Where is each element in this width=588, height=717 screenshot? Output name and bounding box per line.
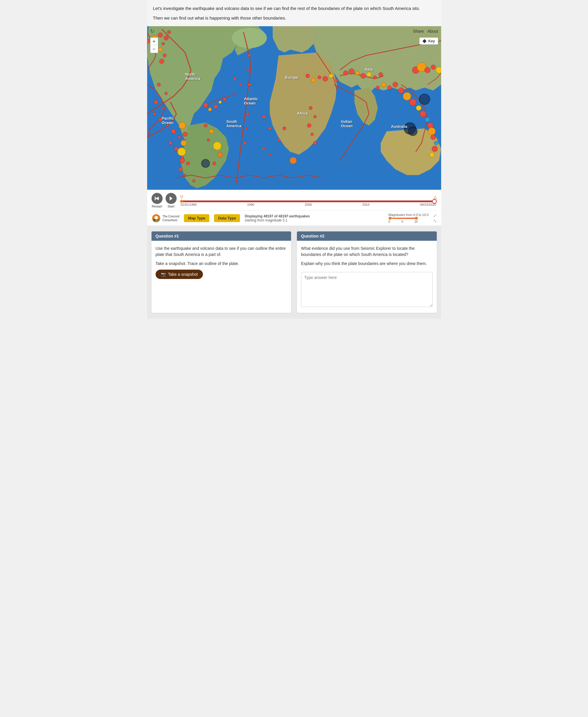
zoom-in-button[interactable]: +	[150, 38, 158, 45]
svg-point-20	[181, 140, 187, 146]
svg-point-29	[213, 162, 216, 165]
timeline-2000: 2000	[305, 203, 312, 206]
magnitude-handle-right[interactable]	[415, 217, 418, 220]
svg-point-6	[162, 107, 164, 109]
zoom-out-button[interactable]: −	[150, 45, 158, 53]
svg-point-32	[214, 105, 218, 109]
svg-point-16	[184, 174, 186, 176]
zoom-controls: + −	[150, 37, 158, 53]
share-link[interactable]: Share	[413, 29, 424, 34]
timeline-section: Restart Start ▽ △ 01/01/1980	[147, 190, 441, 211]
timeline-bar-row[interactable]	[180, 200, 437, 202]
svg-point-31	[208, 108, 212, 111]
svg-point-88	[167, 30, 171, 34]
question-2-body: What evidence did you use from Seismic E…	[297, 241, 437, 313]
svg-point-27	[213, 142, 221, 150]
svg-point-62	[398, 88, 404, 93]
magnitude-slider-track[interactable]	[388, 218, 418, 219]
svg-point-74	[393, 82, 398, 87]
svg-point-85	[158, 48, 162, 52]
svg-point-30	[203, 103, 208, 107]
intro-line1: Let's investigate the earthquake and vol…	[153, 5, 435, 12]
svg-point-72	[432, 146, 438, 152]
question-2-text-2: Explain why you think the plate boundari…	[301, 261, 433, 267]
mag-max: 10	[414, 220, 418, 223]
start-button[interactable]	[166, 193, 176, 204]
svg-point-39	[246, 112, 249, 115]
key-button[interactable]: Key	[419, 37, 438, 45]
diamond-icon	[422, 39, 426, 43]
svg-point-11	[178, 136, 181, 138]
svg-point-83	[160, 59, 164, 64]
magnitude-handle-left[interactable]	[388, 217, 392, 220]
svg-point-65	[416, 105, 421, 111]
question-1-text-1: Use the earthquake and volcano data to s…	[155, 245, 287, 258]
svg-point-37	[248, 83, 251, 86]
svg-point-25	[209, 129, 213, 133]
restart-label: Restart	[152, 204, 162, 208]
svg-point-95	[269, 153, 271, 156]
svg-point-75	[387, 86, 392, 90]
question-1-card: Question #1 Use the earthquake and volca…	[151, 232, 291, 313]
timeline-track: ▽ △ 01/01/1980 1990 2000 2010 09/23/2020	[180, 195, 437, 206]
svg-point-84	[163, 54, 166, 57]
refresh-icon[interactable]: ↻	[150, 28, 154, 35]
svg-point-7	[153, 112, 156, 115]
map-visual[interactable]: NorthAmerica SouthAmerica Europe Africa …	[147, 26, 441, 190]
timeline-handle-start[interactable]	[180, 200, 183, 203]
svg-point-59	[367, 72, 371, 77]
timeline-bar[interactable]	[180, 200, 437, 202]
about-link[interactable]: About	[427, 29, 438, 34]
svg-point-69	[428, 128, 436, 135]
svg-point-87	[164, 36, 168, 40]
svg-point-61	[379, 72, 383, 77]
svg-point-94	[262, 147, 266, 150]
timeline-handle-end[interactable]	[432, 199, 437, 204]
magnitude-label: Magnitudes from 0.0 to 10.0	[388, 213, 428, 217]
map-type-button[interactable]: Map Type	[184, 214, 209, 222]
data-type-button[interactable]: Data Type	[214, 214, 240, 222]
timeline-arrow-end: △	[434, 195, 437, 199]
snapshot-label: Take a snapshot	[168, 272, 198, 277]
expand-button-2[interactable]: ⤡	[433, 219, 437, 223]
svg-point-58	[361, 73, 366, 79]
svg-point-77	[376, 86, 380, 89]
intro-line2: Then we can find out what is happening w…	[153, 15, 435, 22]
display-magnitude: starting from magnitude 5.1	[245, 218, 287, 222]
answer-textarea[interactable]	[301, 272, 433, 307]
svg-point-82	[436, 67, 441, 73]
map-top-links: Share About	[413, 29, 438, 34]
svg-point-38	[245, 98, 248, 101]
svg-point-15	[186, 162, 190, 165]
svg-point-24	[204, 124, 207, 127]
restart-button[interactable]	[151, 193, 163, 204]
expand-button-1[interactable]: ⤢	[433, 214, 437, 218]
magnitude-slider-row[interactable]	[388, 218, 428, 219]
concord-logo-text: The Concord Consortium	[163, 215, 180, 222]
question-2-text-1: What evidence did you use from Seismic E…	[301, 245, 433, 258]
svg-point-12	[169, 141, 172, 145]
restart-control: Restart	[151, 193, 163, 208]
svg-point-52	[307, 124, 311, 128]
snapshot-button[interactable]: 📷 Take a snapshot	[155, 270, 203, 279]
svg-point-57	[355, 71, 359, 75]
svg-point-43	[268, 127, 271, 130]
questions-section: Question #1 Use the earthquake and volca…	[147, 225, 441, 319]
svg-point-63	[403, 92, 411, 101]
key-label: Key	[428, 39, 435, 43]
question-1-header: Question #1	[151, 232, 291, 241]
svg-point-91	[158, 33, 163, 37]
timeline-markers: ▽ △	[180, 195, 437, 200]
timeline-arrow-start: ▽	[180, 195, 183, 199]
svg-marker-0	[422, 39, 426, 43]
svg-point-45	[311, 78, 316, 83]
display-count: Displaying 48197 of 48197 earthquakes	[245, 214, 384, 218]
svg-point-53	[311, 133, 314, 136]
svg-point-47	[322, 76, 328, 82]
magnitude-section: Magnitudes from 0.0 to 10.0 0 5 10	[388, 213, 428, 223]
svg-point-41	[244, 142, 246, 145]
svg-point-42	[262, 115, 266, 118]
svg-point-73	[429, 152, 434, 157]
timeline-2010: 2010	[362, 203, 369, 206]
svg-point-36	[247, 69, 249, 71]
